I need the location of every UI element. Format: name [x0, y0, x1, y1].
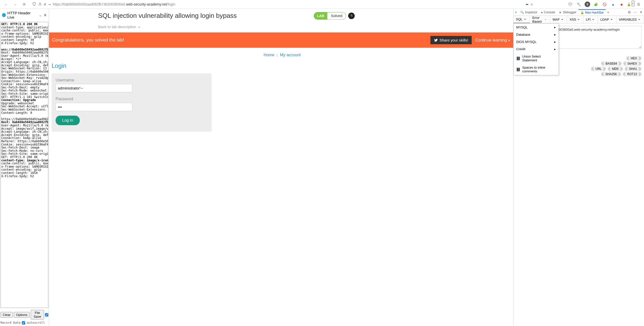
- db-icon: 🗄️: [516, 57, 520, 60]
- hackbar-menu-sql[interactable]: SQL: [513, 16, 530, 23]
- hackbar-menu-ldap[interactable]: LDAP: [598, 16, 616, 23]
- chip-sha1[interactable]: SHA1: [625, 67, 641, 71]
- close-icon[interactable]: ✕: [44, 13, 47, 18]
- options-button[interactable]: Options: [14, 312, 30, 318]
- file-save-button[interactable]: File Save: [31, 310, 44, 319]
- shield-icon: [32, 2, 36, 7]
- login-form: Username Password Log in: [52, 73, 212, 132]
- chip-sha256[interactable]: SHA256: [601, 72, 621, 76]
- lock-icon: [38, 2, 42, 7]
- address-bar[interactable]: ⇄ ⊸ https://0ab600e50492aad082fb74b20038…: [30, 2, 524, 7]
- continue-link[interactable]: Continue learning »: [475, 38, 510, 42]
- home-link[interactable]: Home: [264, 53, 274, 57]
- element-picker-icon[interactable]: ⌖: [513, 10, 518, 14]
- back-button[interactable]: ←: [3, 1, 10, 8]
- http-header-live-panel: HTTP Header Live ⌄ ✕ GET: HTTP/2.0 200 O…: [0, 9, 49, 326]
- hackbar-menubar: SQLError BasedWAFXSSLFILDAPVARIABLES MYS…: [513, 16, 644, 23]
- twitter-icon: [434, 38, 438, 42]
- noscript-icon[interactable]: 🚫: [602, 2, 607, 7]
- chip-hex[interactable]: HEX: [626, 56, 641, 61]
- http-log[interactable]: GET: HTTP/2.0 200 OK content-type: appli…: [1, 22, 48, 308]
- wrench-icon[interactable]: 🔧: [576, 2, 582, 7]
- devtools-panel: ⌖ 🔍 Inspector ▸ Console ⏵ Debugger 🔓 Max…: [513, 9, 644, 326]
- dock-icon[interactable]: ⧉: [627, 10, 632, 14]
- my-account-link[interactable]: My account: [280, 53, 301, 57]
- chip-rot13[interactable]: ROT13: [623, 72, 641, 76]
- chip-0xhex[interactable]: 0xHEX: [623, 61, 641, 66]
- nav-separator: |: [277, 53, 277, 57]
- apps-icon[interactable]: ▪▪: [526, 2, 528, 6]
- devtools-menu-icon[interactable]: ⋯: [632, 10, 638, 14]
- chip-url[interactable]: URL: [591, 67, 606, 71]
- share-button[interactable]: Share your skills!: [430, 36, 472, 44]
- back-to-lab-link[interactable]: Back to lab description »: [98, 23, 513, 32]
- clear-button[interactable]: Clear: [1, 312, 13, 318]
- cube-icon[interactable]: ◆: [619, 2, 624, 7]
- extension-icon: [2, 13, 6, 17]
- hackbar-menu-error-based[interactable]: Error Based: [530, 16, 550, 23]
- hackbar-menu-variables[interactable]: VARIABLES: [616, 16, 644, 23]
- password-input[interactable]: [56, 103, 132, 111]
- menu-icon[interactable]: ☰: [636, 2, 641, 7]
- sql-option-union-select-statement[interactable]: 🗄️Union Select Statement: [514, 53, 558, 64]
- chip-base64[interactable]: BASE64: [601, 61, 621, 66]
- more-tabs-icon[interactable]: »: [606, 10, 611, 14]
- tab-debugger[interactable]: ⏵ Debugger: [557, 10, 578, 15]
- sql-option-spaces-to-inline-comments[interactable]: 🗄️Spaces to inline comments: [514, 64, 558, 75]
- hackbar-menu-xss[interactable]: XSS: [567, 16, 583, 23]
- sql-option-database[interactable]: Database▸: [514, 31, 558, 38]
- autoscroll-checkbox[interactable]: [22, 321, 25, 324]
- account-icon[interactable]: S: [585, 2, 590, 7]
- browser-toolbar: ← → ⟳ ⇄ ⊸ https://0ab600e50492aad082fb74…: [0, 0, 644, 9]
- dropdown-icon[interactable]: ⌄: [39, 13, 42, 17]
- triangle-icon[interactable]: ▲: [610, 2, 616, 7]
- lab-state: Solved: [327, 12, 346, 19]
- sql-dropdown: MYSQL▸Database▸DIOS MYSQL▸CHAR▸🗄️Union S…: [513, 23, 559, 75]
- key-icon: ⊸: [48, 3, 51, 6]
- record-label: Record Data: [1, 321, 20, 324]
- password-label: Password: [56, 97, 208, 101]
- db-icon: 🗄️: [516, 68, 520, 71]
- bug-icon[interactable]: 🔓2: [627, 2, 633, 7]
- svg-rect-0: [39, 4, 41, 5]
- hackbar-menu-lfi[interactable]: LFI: [583, 16, 598, 23]
- flask-icon: ⚗: [348, 13, 355, 19]
- url-text: https://0ab600e50492aad082fb74b2003800a5…: [53, 2, 175, 6]
- page-content: SQL injection vulnerability allowing log…: [49, 9, 513, 326]
- lab-tag: LAB: [314, 12, 327, 19]
- username-label: Username: [56, 78, 208, 82]
- autoscroll-label: autoscroll: [27, 321, 45, 324]
- tab-hackbar[interactable]: 🔓 Max HacKBar: [578, 9, 606, 15]
- enable-checkbox[interactable]: [45, 313, 48, 317]
- chip-md5[interactable]: MD5: [608, 67, 623, 71]
- lab-title: SQL injection vulnerability allowing log…: [98, 12, 314, 20]
- panel-title: HTTP Header Live: [7, 11, 37, 19]
- devtools-close-icon[interactable]: ✕: [638, 10, 644, 14]
- lab-status: LAB Solved: [314, 12, 346, 20]
- sql-option-dios-mysql[interactable]: DIOS MYSQL▸: [514, 38, 558, 45]
- reload-button[interactable]: ⟳: [21, 1, 28, 8]
- bookmark-icon[interactable]: ☆: [530, 3, 533, 6]
- hackbar-menu-waf[interactable]: WAF: [550, 16, 567, 23]
- sql-option-mysql[interactable]: MYSQL▸: [514, 24, 558, 31]
- pocket-icon[interactable]: [568, 2, 573, 7]
- success-banner: Congratulations, you solved the lab! Sha…: [49, 32, 513, 48]
- login-heading: Login: [52, 62, 212, 69]
- forward-button[interactable]: →: [12, 1, 19, 8]
- username-input[interactable]: [56, 84, 132, 92]
- congrats-text: Congratulations, you solved the lab!: [52, 37, 124, 43]
- login-button[interactable]: Log in: [56, 116, 80, 125]
- sql-option-char[interactable]: CHAR▸: [514, 45, 558, 53]
- permissions-icon: ⇄: [44, 3, 46, 6]
- tab-console[interactable]: ▸ Console: [539, 10, 557, 15]
- extensions-icon[interactable]: 🧩: [593, 2, 599, 7]
- tab-inspector[interactable]: 🔍 Inspector: [518, 10, 539, 15]
